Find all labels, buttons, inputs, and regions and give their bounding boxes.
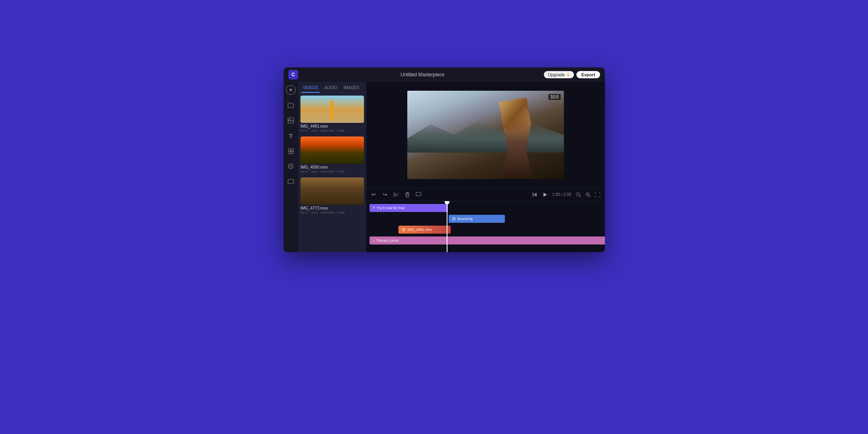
timeline-time-display: 1:00 / 2:00 bbox=[552, 192, 571, 197]
media-info: IMG_4590.mov 00:27 · 10:9 · 1440×900 · 4… bbox=[300, 164, 364, 176]
media-clip-label: IMG_4481.mov bbox=[407, 228, 432, 232]
zoom-controls bbox=[574, 191, 602, 199]
text-clip[interactable]: T Try it now for free bbox=[370, 204, 448, 212]
timeline-toolbar: ↩ ↪ bbox=[366, 188, 605, 201]
delete-button[interactable] bbox=[403, 191, 411, 199]
play-button[interactable] bbox=[541, 191, 549, 199]
media-filename: IMG_4590.mov bbox=[300, 165, 364, 169]
tab-audio[interactable]: AUDIO bbox=[323, 84, 339, 93]
svg-point-29 bbox=[403, 229, 404, 230]
media-list: IMG_4481.mov 00:27 · 10:9 · 1440×900 · 4… bbox=[298, 93, 366, 252]
text-clip-label: Try it now for free bbox=[377, 206, 405, 210]
track-media: IMG_4481.mov bbox=[370, 225, 602, 234]
svg-rect-2 bbox=[288, 149, 291, 151]
hair-shape bbox=[499, 97, 532, 132]
audio-clip[interactable]: ♪ Tooney Loons bbox=[370, 236, 605, 245]
fullscreen-button[interactable] bbox=[594, 191, 602, 199]
export-button[interactable]: Export bbox=[576, 71, 600, 78]
media-info: IMG_4481.mov 00:27 · 10:9 · 1440×900 · 4… bbox=[300, 123, 364, 135]
media-filename: IMG_4481.mov bbox=[300, 124, 364, 128]
svg-rect-5 bbox=[291, 151, 294, 154]
top-bar: C Untitled Masterpiece Upgrade ★ Export bbox=[284, 67, 605, 82]
sidebar-icons: + T bbox=[284, 82, 298, 252]
preview-background bbox=[407, 91, 564, 179]
media-clip[interactable]: IMG_4481.mov bbox=[398, 226, 451, 234]
svg-point-10 bbox=[394, 195, 395, 197]
media-info: IMG_4773.mov 00:27 · 10:9 · 1440×900 · 4… bbox=[300, 205, 364, 217]
svg-rect-13 bbox=[406, 193, 409, 197]
text-icon: T bbox=[289, 132, 292, 139]
redo-button[interactable]: ↪ bbox=[381, 191, 389, 199]
svg-line-20 bbox=[580, 196, 581, 197]
field-thumbnail bbox=[300, 137, 364, 164]
media-thumbnail bbox=[300, 96, 364, 123]
track-video: Bouncing bbox=[370, 214, 602, 223]
beach-thumbnail bbox=[300, 96, 364, 123]
plus-icon: + bbox=[289, 86, 292, 94]
svg-line-23 bbox=[589, 196, 591, 197]
media-track-icon bbox=[402, 228, 406, 232]
undo-button[interactable]: ↩ bbox=[370, 191, 378, 199]
svg-point-9 bbox=[394, 193, 395, 194]
main-content: + T bbox=[284, 82, 605, 252]
svg-marker-16 bbox=[534, 193, 537, 197]
sidebar-item-layout[interactable] bbox=[286, 146, 296, 156]
video-track-icon bbox=[452, 217, 456, 221]
media-filename: IMG_4773.mov bbox=[300, 206, 364, 210]
video-frame: 10:0 bbox=[407, 91, 564, 179]
video-clip-label: Bouncing bbox=[457, 217, 473, 221]
svg-rect-4 bbox=[288, 151, 291, 154]
text-track-icon: T bbox=[373, 206, 375, 210]
media-metadata: 00:27 · 10:9 · 1440×900 · 4 MB bbox=[300, 129, 364, 132]
svg-line-12 bbox=[395, 193, 398, 196]
media-panel: VIDEOS AUDIO IMAGES IMG_4481.mov 00:27 ·… bbox=[298, 82, 366, 252]
media-metadata: 00:27 · 10:9 · 1440×900 · 4 MB bbox=[300, 170, 364, 173]
app-logo: C bbox=[288, 70, 298, 79]
sidebar-item-effects[interactable] bbox=[286, 161, 296, 171]
media-item[interactable]: IMG_4481.mov 00:27 · 10:9 · 1440×900 · 4… bbox=[300, 96, 364, 135]
sidebar-item-text[interactable]: T bbox=[286, 131, 296, 141]
sidebar-item-image[interactable] bbox=[286, 116, 296, 125]
svg-point-27 bbox=[453, 218, 455, 220]
sidebar-item-folder[interactable] bbox=[286, 100, 296, 110]
svg-marker-18 bbox=[543, 193, 547, 197]
audio-clip-label: Tooney Loons bbox=[376, 238, 399, 242]
media-item[interactable]: IMG_4590.mov 00:27 · 10:9 · 1440×900 · 4… bbox=[300, 137, 364, 176]
video-preview: 10:0 bbox=[366, 82, 605, 188]
surfboard-shape bbox=[331, 100, 334, 120]
prev-frame-button[interactable] bbox=[531, 191, 539, 199]
scissors-button[interactable] bbox=[392, 191, 400, 199]
preview-area: 10:0 ↩ ↪ bbox=[366, 82, 605, 252]
play-controls bbox=[531, 191, 549, 199]
zoom-out-button[interactable] bbox=[574, 191, 582, 199]
sidebar-item-crop[interactable] bbox=[286, 177, 296, 186]
svg-point-7 bbox=[290, 165, 292, 167]
time-badge: 10:0 bbox=[548, 94, 561, 100]
media-tabs: VIDEOS AUDIO IMAGES bbox=[298, 82, 366, 93]
svg-point-1 bbox=[289, 119, 290, 120]
piano-thumbnail bbox=[300, 177, 364, 205]
media-metadata: 00:27 · 10:9 · 1440×900 · 4 MB bbox=[300, 211, 364, 214]
app-window: C Untitled Masterpiece Upgrade ★ Export … bbox=[284, 67, 605, 252]
svg-rect-17 bbox=[533, 193, 533, 197]
media-thumbnail bbox=[300, 137, 364, 164]
app-title: Untitled Masterpiece bbox=[301, 72, 544, 77]
playhead[interactable] bbox=[447, 201, 447, 252]
tab-videos[interactable]: VIDEOS bbox=[301, 84, 320, 93]
audio-track-icon: ♪ bbox=[373, 238, 375, 242]
svg-line-11 bbox=[395, 194, 398, 196]
media-item[interactable]: IMG_4773.mov 00:27 · 10:9 · 1440×900 · 4… bbox=[300, 177, 364, 217]
svg-rect-3 bbox=[291, 149, 294, 151]
comment-button[interactable] bbox=[415, 191, 423, 199]
svg-rect-0 bbox=[288, 118, 294, 123]
track-text: T Try it now for free bbox=[370, 204, 602, 212]
star-icon: ★ bbox=[566, 73, 570, 77]
top-bar-actions: Upgrade ★ Export bbox=[544, 71, 600, 78]
add-media-button[interactable]: + bbox=[286, 85, 296, 95]
mountain-silhouette bbox=[407, 117, 564, 153]
tab-images[interactable]: IMAGES bbox=[342, 84, 361, 93]
upgrade-button[interactable]: Upgrade ★ bbox=[544, 71, 574, 78]
video-clip[interactable]: Bouncing bbox=[449, 215, 505, 223]
zoom-in-button[interactable] bbox=[584, 191, 592, 199]
media-thumbnail bbox=[300, 177, 364, 205]
